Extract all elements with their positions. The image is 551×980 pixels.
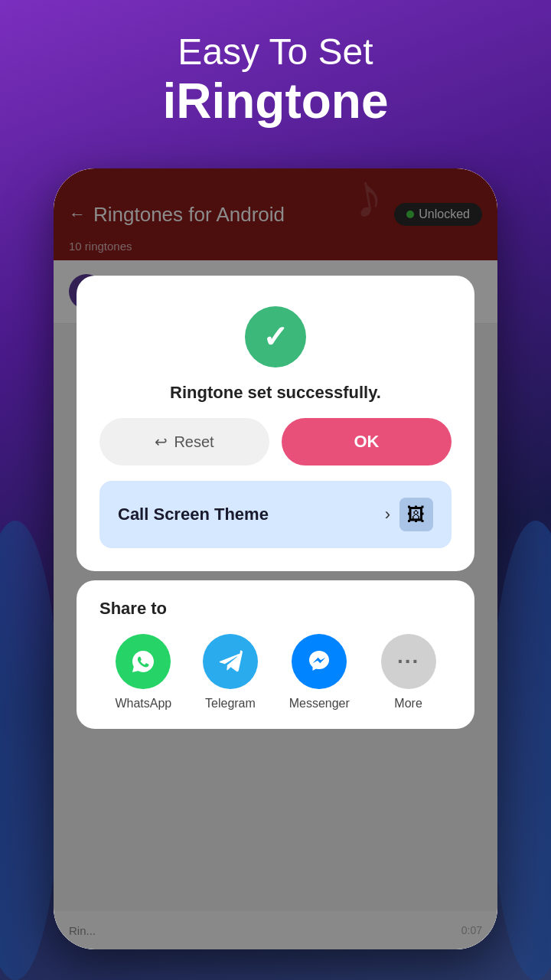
share-telegram[interactable]: Telegram [203,634,258,710]
top-header: Easy To Set iRingtone [0,0,551,129]
reset-arrow-icon: ↩ [155,433,168,451]
messenger-label: Messenger [289,697,350,710]
more-label: More [394,697,422,710]
phone-screen: ← Ringtones for Android Unlocked 10 ring… [54,168,497,949]
share-card: Share to WhatsApp [77,580,474,729]
action-buttons: ↩ Reset OK [99,418,452,466]
share-messenger[interactable]: Messenger [289,634,350,710]
messenger-icon [292,634,347,689]
success-message: Ringtone set successfully. [170,383,381,403]
share-title: Share to [99,599,452,619]
telegram-icon [203,634,258,689]
ok-button[interactable]: OK [282,418,452,466]
share-more[interactable]: ··· More [381,634,436,710]
call-screen-theme-icon: 🖼 [399,498,433,531]
whatsapp-label: WhatsApp [115,697,171,710]
easy-label: Easy To Set [0,31,551,73]
arc-right-decoration [490,521,551,980]
call-screen-right: › 🖼 [385,498,433,531]
more-icon: ··· [381,634,436,689]
success-card: Ringtone set successfully. ↩ Reset OK Ca… [77,276,474,571]
share-apps-row: WhatsApp Telegram [99,634,452,710]
reset-button[interactable]: ↩ Reset [99,418,269,466]
arc-left-decoration [0,521,61,980]
call-screen-theme-button[interactable]: Call Screen Theme › 🖼 [99,481,452,548]
success-checkmark-icon [245,306,306,368]
phone-frame: ← Ringtones for Android Unlocked 10 ring… [54,168,497,949]
call-screen-label: Call Screen Theme [118,505,269,524]
telegram-label: Telegram [205,697,256,710]
whatsapp-icon [116,634,171,689]
modal-overlay: Ringtone set successfully. ↩ Reset OK Ca… [54,168,497,949]
app-name-title: iRingtone [0,73,551,129]
share-whatsapp[interactable]: WhatsApp [115,634,171,710]
chevron-right-icon: › [385,505,390,524]
